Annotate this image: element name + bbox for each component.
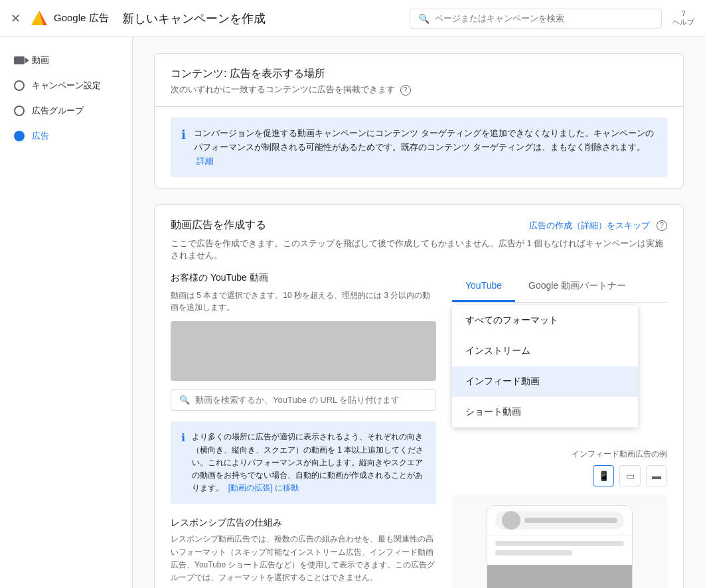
dropdown-item-infeed[interactable]: インフィード動画: [452, 366, 638, 397]
page-title: 新しいキャンペーンを作成: [122, 11, 266, 27]
phone-preview: 視聴する 行動を促すフレーズ: [487, 505, 633, 588]
content-section-title: コンテンツ: 広告を表示する場所: [171, 67, 667, 81]
circle-icon: [13, 80, 25, 92]
content-section: コンテンツ: 広告を表示する場所 次のいずれかに一致するコンテンツに広告を掲載で…: [154, 53, 684, 188]
tablet-icon: ▭: [626, 471, 635, 481]
responsive-title: レスポンシブ広告の仕組み: [171, 517, 436, 529]
info-box-text: より多くの場所に広告が適切に表示されるよう、それぞれの向き（横向き、縦向き、スク…: [192, 431, 426, 494]
active-circle-icon: [13, 130, 25, 142]
info-banner-text: コンバージョンを促進する動画キャンペーンにコンテンツ ターゲティングを追加できな…: [194, 127, 657, 168]
tab-youtube[interactable]: YouTube: [452, 272, 515, 302]
format-tabs: YouTube Google 動画パートナー: [452, 272, 667, 303]
search-input[interactable]: [435, 13, 653, 23]
format-dropdown: すべてのフォーマット インストリーム インフィード動画 ショート動画: [452, 305, 638, 427]
sidebar-item-label: キャンペーン設定: [32, 80, 101, 92]
help-label: ヘルプ: [672, 17, 694, 27]
video-thumbnail: [171, 321, 436, 381]
sidebar-item-campaign[interactable]: キャンペーン設定: [0, 73, 132, 98]
ad-right-panel: YouTube Google 動画パートナー すべてのフォーマット インストリー…: [452, 272, 667, 588]
search-box[interactable]: 🔍: [410, 9, 662, 29]
responsive-desc: レスポンシブ動画広告では、複数の広告の組み合わせを、最も関連性の高いフォーマット…: [171, 533, 436, 584]
detail-link[interactable]: 詳細: [196, 156, 214, 166]
ad-section-desc: ここで広告を作成できます。このステップを飛ばして後で作成してもかまいません。広告…: [155, 238, 683, 272]
preview-line-1: [495, 541, 624, 546]
desktop-icon: ▬: [652, 471, 661, 481]
orientation-info-box: ℹ より多くの場所に広告が適切に表示されるよう、それぞれの向き（横向き、縦向き、…: [171, 421, 436, 504]
preview-line-2: [495, 550, 572, 555]
preview-header: [487, 506, 632, 536]
main-layout: 動画 キャンペーン設定 広告グループ 広告 コンテンツ: 広告を表示する場所: [0, 37, 705, 588]
content-section-subtitle: 次のいずれかに一致するコンテンツに広告を掲載できます ?: [171, 84, 667, 96]
sidebar-item-video[interactable]: 動画: [0, 48, 132, 73]
info-box-icon: ℹ: [181, 431, 185, 444]
brand-name: Google 広告: [54, 12, 109, 25]
skip-help-icon: ?: [657, 220, 667, 231]
infeed-label: インフィード動画広告の例: [452, 449, 667, 460]
dropdown-item-instream[interactable]: インストリーム: [452, 336, 638, 366]
tab-partner[interactable]: Google 動画パートナー: [515, 272, 639, 302]
mobile-device-button[interactable]: 📱: [593, 465, 614, 486]
sidebar-item-ad[interactable]: 広告: [0, 123, 132, 149]
ad-content: お客様の YouTube 動画 動画は 5 本まで選択できます。10 秒を超える…: [155, 272, 683, 588]
search-icon: 🔍: [179, 395, 190, 405]
video-search-box[interactable]: 🔍: [171, 389, 436, 411]
header: ✕ Google 広告 新しいキャンペーンを作成 🔍 ? ヘルプ: [0, 0, 705, 37]
ad-section-title: 動画広告を作成する: [171, 218, 266, 232]
desktop-device-button[interactable]: ▬: [646, 465, 667, 486]
main-content: コンテンツ: 広告を表示する場所 次のいずれかに一致するコンテンツに広告を掲載で…: [133, 37, 705, 588]
video-description: 動画は 5 本まで選択できます。10 秒を超える、理想的には 3 分以内の動画を…: [171, 289, 436, 313]
info-icon: ℹ: [181, 127, 186, 142]
video-expand-link[interactable]: [動画の拡張] に移動: [228, 483, 299, 492]
help-icon: ?: [681, 9, 685, 17]
help-circle-icon: ?: [400, 85, 411, 96]
mobile-icon: 📱: [598, 471, 609, 481]
info-banner: ℹ コンバージョンを促進する動画キャンペーンにコンテンツ ターゲティングを追加で…: [171, 117, 667, 177]
ad-left-panel: お客様の YouTube 動画 動画は 5 本まで選択できます。10 秒を超える…: [171, 272, 436, 588]
preview-avatar: [502, 511, 520, 530]
dropdown-item-short[interactable]: ショート動画: [452, 397, 638, 427]
tablet-device-button[interactable]: ▭: [619, 465, 641, 486]
preview-search-line: [524, 518, 617, 523]
content-section-header: コンテンツ: 広告を表示する場所 次のいずれかに一致するコンテンツに広告を掲載で…: [155, 54, 683, 107]
preview-search-bar: [495, 511, 624, 530]
preview-area: 視聴する 行動を促すフレーズ: [452, 494, 667, 588]
header-logo: Google 広告: [29, 8, 109, 29]
google-ads-logo-icon: [29, 8, 50, 29]
sidebar-item-label: 広告: [32, 130, 49, 142]
skip-link[interactable]: 広告の作成（詳細）をスキップ: [529, 220, 650, 232]
preview-lines: [487, 536, 632, 565]
video-search-input[interactable]: [195, 395, 428, 405]
sidebar-item-label: 広告グループ: [32, 105, 84, 117]
sidebar-item-adgroup[interactable]: 広告グループ: [0, 98, 132, 123]
preview-video-image: [487, 565, 632, 588]
circle-icon: [13, 105, 25, 117]
ad-section: 動画広告を作成する 広告の作成（詳細）をスキップ ? ここで広告を作成できます。…: [154, 204, 684, 588]
video-section-title: お客様の YouTube 動画: [171, 272, 436, 284]
sidebar-item-label: 動画: [32, 54, 49, 66]
close-button[interactable]: ✕: [11, 11, 21, 26]
video-icon: [13, 54, 25, 66]
sidebar: 動画 キャンペーン設定 広告グループ 広告: [0, 37, 133, 588]
help-button[interactable]: ? ヘルプ: [672, 9, 694, 27]
search-icon: 🔍: [418, 13, 430, 24]
dropdown-item-all[interactable]: すべてのフォーマット: [452, 305, 638, 336]
device-icons: 📱 ▭ ▬: [452, 465, 667, 486]
ad-section-header: 動画広告を作成する 広告の作成（詳細）をスキップ ?: [155, 205, 683, 238]
